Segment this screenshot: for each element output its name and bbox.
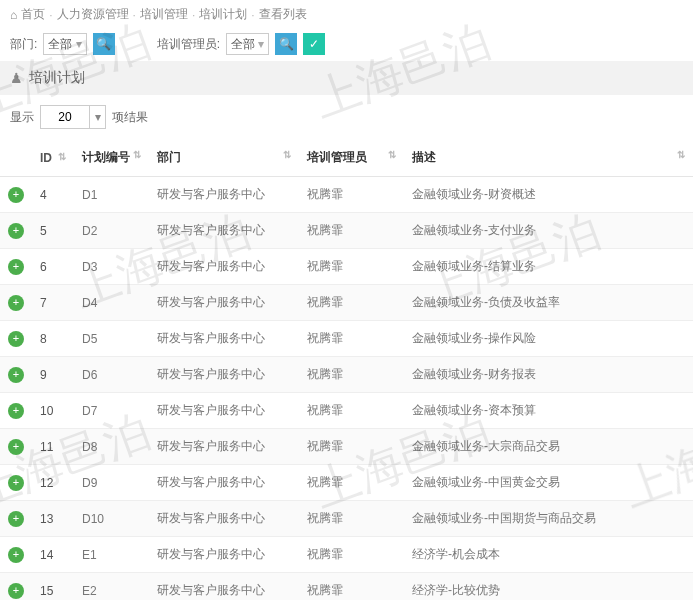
th-mgr[interactable]: 培训管理员⇅ [299,139,404,177]
cell-id: 7 [32,285,74,321]
th-desc[interactable]: 描述⇅ [404,139,693,177]
cell-dept: 研发与客户服务中心 [149,429,299,465]
table-row: +4D1研发与客户服务中心祝腾霏金融领域业务-财资概述 [0,177,693,213]
cell-desc: 金融领域业务-财资概述 [404,177,693,213]
sort-icon: ⇅ [283,149,291,160]
home-icon: ⌂ [10,8,17,22]
cell-mgr: 祝腾霏 [299,429,404,465]
cell-plan: D4 [74,285,149,321]
cell-mgr: 祝腾霏 [299,501,404,537]
page-size-input[interactable] [40,105,90,129]
plan-table: ID⇅ 计划编号⇅ 部门⇅ 培训管理员⇅ 描述⇅ +4D1研发与客户服务中心祝腾… [0,139,693,600]
cell-id: 4 [32,177,74,213]
crumb-hr[interactable]: 人力资源管理 [57,6,129,23]
cell-mgr: 祝腾霏 [299,465,404,501]
expand-button[interactable]: + [8,403,24,419]
crumb-home[interactable]: 首页 [21,6,45,23]
search-icon: 🔍 [279,37,294,51]
cell-dept: 研发与客户服务中心 [149,321,299,357]
th-dept[interactable]: 部门⇅ [149,139,299,177]
crumb-plan[interactable]: 培训计划 [199,6,247,23]
chevron-down-icon: ▾ [258,37,264,51]
sort-icon: ⇅ [58,151,66,162]
cell-id: 6 [32,249,74,285]
cell-plan: D2 [74,213,149,249]
cell-id: 5 [32,213,74,249]
cell-desc: 金融领域业务-结算业务 [404,249,693,285]
expand-button[interactable]: + [8,475,24,491]
cell-id: 9 [32,357,74,393]
crumb-train[interactable]: 培训管理 [140,6,188,23]
expand-button[interactable]: + [8,295,24,311]
cell-mgr: 祝腾霏 [299,573,404,601]
cell-id: 15 [32,573,74,601]
cell-id: 11 [32,429,74,465]
th-id[interactable]: ID⇅ [32,139,74,177]
chevron-down-icon: ▾ [95,110,101,124]
sort-icon: ⇅ [677,149,685,160]
filter-bar: 部门: 全部 ▾ 🔍 培训管理员: 全部 ▾ 🔍 ✓ [0,29,693,61]
table-row: +13D10研发与客户服务中心祝腾霏金融领域业务-中国期货与商品交易 [0,501,693,537]
cell-id: 12 [32,465,74,501]
expand-button[interactable]: + [8,223,24,239]
cell-mgr: 祝腾霏 [299,357,404,393]
cell-plan: D10 [74,501,149,537]
filter1-search-button[interactable]: 🔍 [93,33,115,55]
cell-dept: 研发与客户服务中心 [149,357,299,393]
page-size-dropdown[interactable]: ▾ [90,105,106,129]
cell-plan: D7 [74,393,149,429]
table-row: +7D4研发与客户服务中心祝腾霏金融领域业务-负债及收益率 [0,285,693,321]
cell-dept: 研发与客户服务中心 [149,573,299,601]
expand-button[interactable]: + [8,331,24,347]
cell-plan: E2 [74,573,149,601]
cell-plan: D6 [74,357,149,393]
cell-mgr: 祝腾霏 [299,213,404,249]
cell-plan: D3 [74,249,149,285]
table-row: +8D5研发与客户服务中心祝腾霏金融领域业务-操作风险 [0,321,693,357]
table-row: +5D2研发与客户服务中心祝腾霏金融领域业务-支付业务 [0,213,693,249]
table-row: +12D9研发与客户服务中心祝腾霏金融领域业务-中国黄金交易 [0,465,693,501]
table-row: +15E2研发与客户服务中心祝腾霏经济学-比较优势 [0,573,693,601]
cell-plan: D5 [74,321,149,357]
cell-dept: 研发与客户服务中心 [149,501,299,537]
expand-button[interactable]: + [8,259,24,275]
cell-desc: 经济学-比较优势 [404,573,693,601]
filter2-search-button[interactable]: 🔍 [275,33,297,55]
cell-desc: 经济学-机会成本 [404,537,693,573]
filter1-label: 部门: [10,36,37,53]
cell-desc: 金融领域业务-财务报表 [404,357,693,393]
cell-plan: E1 [74,537,149,573]
cell-dept: 研发与客户服务中心 [149,213,299,249]
cell-desc: 金融领域业务-支付业务 [404,213,693,249]
cell-desc: 金融领域业务-操作风险 [404,321,693,357]
filter1-select[interactable]: 全部 ▾ [43,33,86,55]
expand-button[interactable]: + [8,439,24,455]
cell-dept: 研发与客户服务中心 [149,249,299,285]
cell-mgr: 祝腾霏 [299,285,404,321]
cell-desc: 金融领域业务-中国期货与商品交易 [404,501,693,537]
table-row: +14E1研发与客户服务中心祝腾霏经济学-机会成本 [0,537,693,573]
expand-button[interactable]: + [8,547,24,563]
person-icon: ♟ [10,70,23,86]
filter2-confirm-button[interactable]: ✓ [303,33,325,55]
show-bar: 显示 ▾ 项结果 [0,95,693,139]
chevron-down-icon: ▾ [76,37,82,51]
expand-button[interactable]: + [8,367,24,383]
sort-icon: ⇅ [133,149,141,160]
sort-icon: ⇅ [388,149,396,160]
cell-plan: D8 [74,429,149,465]
th-plan[interactable]: 计划编号⇅ [74,139,149,177]
cell-mgr: 祝腾霏 [299,393,404,429]
expand-button[interactable]: + [8,583,24,599]
cell-mgr: 祝腾霏 [299,177,404,213]
cell-dept: 研发与客户服务中心 [149,285,299,321]
cell-id: 13 [32,501,74,537]
expand-button[interactable]: + [8,511,24,527]
table-row: +10D7研发与客户服务中心祝腾霏金融领域业务-资本预算 [0,393,693,429]
cell-id: 8 [32,321,74,357]
cell-dept: 研发与客户服务中心 [149,537,299,573]
table-row: +9D6研发与客户服务中心祝腾霏金融领域业务-财务报表 [0,357,693,393]
expand-button[interactable]: + [8,187,24,203]
crumb-current: 查看列表 [259,6,307,23]
filter2-select[interactable]: 全部 ▾ [226,33,269,55]
